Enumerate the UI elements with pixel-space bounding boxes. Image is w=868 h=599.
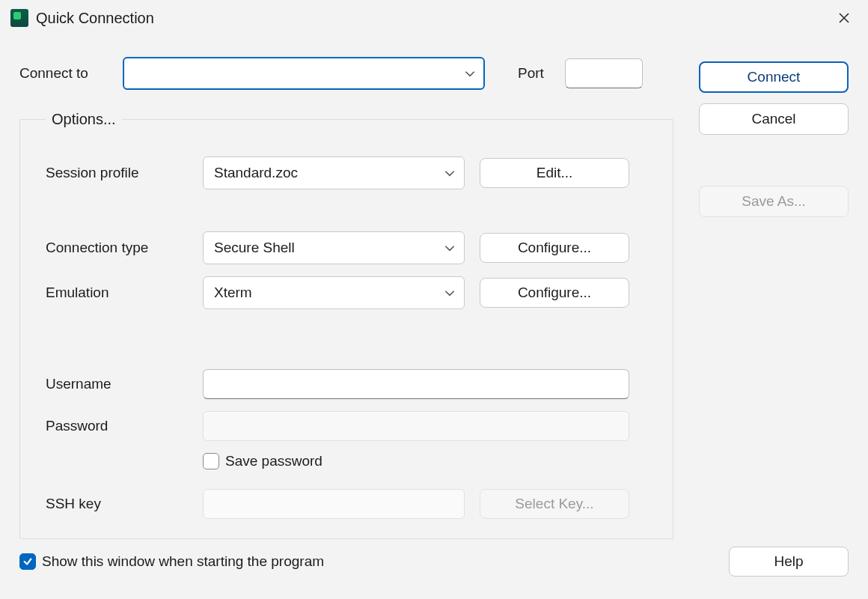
password-label: Password [46,418,188,434]
edit-button[interactable]: Edit... [480,158,629,188]
show-on-start-label: Show this window when starting the progr… [42,553,324,570]
username-label: Username [46,376,188,392]
chevron-down-icon [443,286,456,300]
client-area: Connect to Port Options... Session profi… [0,36,868,599]
save-password-checkbox-row[interactable]: Save password [203,453,323,469]
connection-type-combo[interactable]: Secure Shell [203,231,465,264]
connect-row: Connect to Port [19,57,673,90]
save-as-button[interactable]: Save As... [699,186,849,217]
chevron-down-icon [443,241,456,255]
close-icon [838,12,850,24]
titlebar: Quick Connection [0,0,868,36]
check-icon [22,556,33,567]
side-column: Connect Cancel Save As... [699,57,849,539]
configure-connection-button[interactable]: Configure... [480,233,629,263]
connect-button[interactable]: Connect [699,61,849,93]
app-icon [10,9,28,27]
save-password-label: Save password [225,453,323,469]
username-input[interactable] [203,369,629,399]
options-legend: Options... [46,111,122,128]
session-profile-combo[interactable]: Standard.zoc [203,156,465,189]
show-on-start-row[interactable]: Show this window when starting the progr… [19,553,324,570]
port-input[interactable] [565,58,643,88]
sshkey-label: SSH key [46,496,188,512]
connection-type-label: Connection type [46,240,188,256]
save-password-checkbox[interactable] [203,453,219,469]
select-key-button[interactable]: Select Key... [480,489,629,519]
session-profile-label: Session profile [46,165,188,181]
emulation-label: Emulation [46,285,188,301]
session-profile-value: Standard.zoc [214,165,298,181]
show-on-start-checkbox[interactable] [19,553,36,570]
connect-to-label: Connect to [19,65,123,82]
connect-to-combo[interactable] [123,57,485,90]
content-columns: Connect to Port Options... Session profi… [19,57,849,539]
chevron-down-icon [443,166,456,180]
emulation-value: Xterm [214,285,252,301]
quick-connection-dialog: Quick Connection Connect to Port [0,0,868,599]
cancel-button[interactable]: Cancel [699,103,849,135]
main-column: Connect to Port Options... Session profi… [19,57,673,539]
bottom-bar: Show this window when starting the progr… [19,547,849,577]
options-group: Options... Session profile Standard.zoc … [19,111,673,539]
sshkey-input [203,489,465,519]
close-button[interactable] [829,3,859,33]
help-button[interactable]: Help [729,547,849,577]
window-title: Quick Connection [36,10,154,27]
password-input[interactable] [203,411,629,441]
connection-type-value: Secure Shell [214,240,295,256]
chevron-down-icon [463,67,477,80]
port-label: Port [518,65,544,82]
emulation-combo[interactable]: Xterm [203,276,465,309]
configure-emulation-button[interactable]: Configure... [480,278,629,308]
